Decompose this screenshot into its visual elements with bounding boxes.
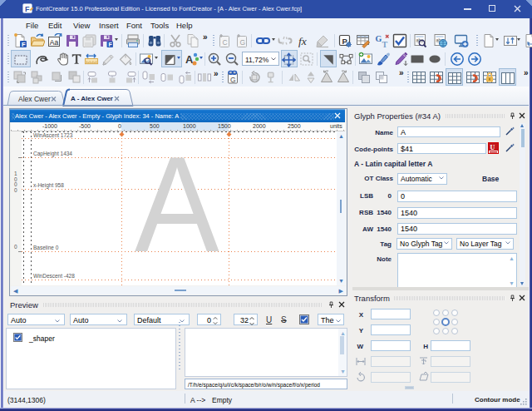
- svg-text:G: G: [376, 34, 382, 43]
- svg-text:G: G: [230, 76, 236, 84]
- svg-text:Alex Cwer: Alex Cwer: [18, 95, 51, 103]
- svg-text:C: C: [223, 38, 228, 47]
- svg-text:U: U: [490, 144, 495, 151]
- svg-text:F: F: [22, 41, 26, 48]
- svg-text:A: A: [185, 53, 194, 66]
- svg-text:G: G: [240, 38, 246, 47]
- svg-text:F: F: [109, 42, 113, 47]
- svg-text:A - Alex Cwer: A - Alex Cwer: [71, 95, 113, 102]
- svg-text:T: T: [382, 40, 388, 49]
- svg-text:Aa: Aa: [50, 38, 59, 47]
- svg-text:fx: fx: [298, 35, 307, 47]
- svg-text:F: F: [25, 5, 30, 13]
